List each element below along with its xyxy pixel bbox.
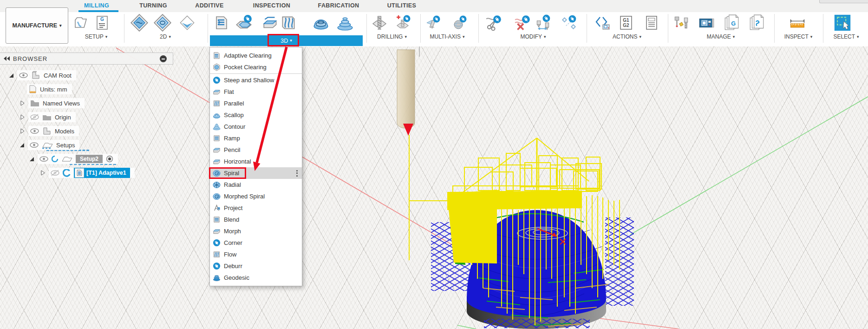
menu-item-project[interactable]: Project: [210, 202, 302, 214]
expander-closed-icon[interactable]: [20, 114, 25, 120]
trim-toolpath-icon[interactable]: [485, 14, 503, 32]
expander-open-icon[interactable]: [20, 143, 24, 147]
measure-icon[interactable]: [789, 14, 806, 32]
select-icon[interactable]: [834, 14, 851, 32]
expander-closed-icon[interactable]: [20, 100, 25, 106]
nc-programs-icon[interactable]: G: [723, 14, 740, 32]
browser-row-units[interactable]: Units: mm: [27, 84, 72, 94]
group-label-actions[interactable]: ACTIONS▾: [613, 33, 641, 40]
browser-row-named-views[interactable]: Named Views: [20, 98, 85, 108]
expander-open-icon[interactable]: [9, 73, 13, 78]
menu-item-pencil[interactable]: Pencil: [210, 144, 302, 156]
bore-icon[interactable]: [394, 14, 412, 32]
browser-row-origin[interactable]: Origin: [20, 112, 76, 122]
flat-icon[interactable]: [262, 14, 280, 32]
caret-down-icon: ▾: [639, 35, 641, 39]
tab-turning[interactable]: TURNING: [139, 0, 167, 12]
menu-item-flat[interactable]: Flat: [210, 86, 302, 98]
collapse-panel-icon[interactable]: [4, 56, 10, 61]
group-label-multi-axis[interactable]: MULTI-AXIS▾: [430, 33, 465, 40]
group-label-modify[interactable]: MODIFY▾: [520, 33, 546, 40]
group-label-drilling[interactable]: DRILLING▾: [377, 33, 407, 40]
caret-down-icon: ▾: [169, 35, 171, 39]
spiral-dome-icon: [213, 192, 221, 200]
contour-icon[interactable]: [336, 14, 354, 32]
selected-operation[interactable]: [T1] Adaptive1: [74, 168, 130, 178]
browser-row-adaptive1[interactable]: [T1] Adaptive1: [41, 168, 135, 178]
browser-row-label: CAM Root: [44, 72, 72, 79]
menu-item-geodesic[interactable]: Geodesic: [210, 272, 302, 283]
visibility-eye-off-icon[interactable]: [30, 114, 39, 120]
group-label-2d[interactable]: 2D▾: [160, 33, 171, 40]
expander-open-icon[interactable]: [30, 157, 34, 161]
drill-icon[interactable]: [371, 14, 388, 32]
group-label-setup[interactable]: SETUP▾: [85, 33, 108, 40]
tool-library-icon[interactable]: [672, 14, 690, 32]
2d-pocket-icon[interactable]: [131, 14, 148, 32]
setup-sheet-icon[interactable]: [643, 14, 660, 32]
menu-item-contour[interactable]: Contour: [210, 121, 302, 132]
multi-axis-contour-icon[interactable]: [450, 14, 468, 32]
menu-item-parallel[interactable]: Parallel: [210, 98, 302, 109]
nc-program-icon[interactable]: G: [93, 14, 111, 32]
2d-face-icon[interactable]: [178, 14, 196, 32]
setup2-badge[interactable]: Setup2: [76, 155, 103, 163]
tab-fabrication[interactable]: FABRICATION: [318, 0, 359, 12]
menu-item-steep-and-shallow[interactable]: Steep and Shallow: [210, 74, 302, 86]
templates-icon[interactable]: [748, 14, 765, 32]
folder-icon: [42, 114, 52, 121]
visibility-eye-icon[interactable]: [39, 156, 48, 162]
browser-row-setup2[interactable]: Setup2: [30, 154, 118, 164]
scallop-icon[interactable]: [312, 14, 330, 32]
visibility-eye-icon[interactable]: [19, 72, 28, 78]
menu-item-ramp[interactable]: Ramp: [210, 132, 302, 144]
menu-item-horizontal[interactable]: Horizontal: [210, 156, 302, 167]
cutting-tool: [397, 50, 415, 136]
parallel-icon[interactable]: [280, 14, 297, 32]
steep-and-shallow-icon[interactable]: [235, 14, 253, 32]
machine-code-icon[interactable]: G1G2: [617, 14, 635, 32]
viewport-canvas[interactable]: [0, 46, 868, 329]
menu-item-flow[interactable]: Flow: [210, 249, 302, 260]
visibility-eye-off-icon[interactable]: [51, 170, 59, 176]
menu-item-pocket-clearing[interactable]: Pocket Clearing: [210, 61, 302, 73]
browser-panel-header[interactable]: BROWSER: [0, 53, 173, 65]
edit-tool-icon[interactable]: [534, 14, 552, 32]
2d-contour-icon[interactable]: [154, 14, 171, 32]
caret-down-icon: ▾: [810, 35, 813, 39]
menu-item-deburr[interactable]: Deburr: [210, 260, 302, 272]
delete-passes-icon[interactable]: [514, 14, 531, 32]
expander-closed-icon[interactable]: [20, 128, 25, 134]
menu-item-radial[interactable]: Radial: [210, 179, 302, 191]
browser-row-models[interactable]: Models: [20, 126, 79, 136]
group-label-manage[interactable]: MANAGE▾: [707, 33, 735, 40]
active-setup-marker-icon[interactable]: [106, 155, 113, 163]
probe-geometry-icon[interactable]: [560, 14, 578, 32]
menu-item-morphed-spiral[interactable]: Morphed Spiral: [210, 191, 302, 202]
menu-item-corner[interactable]: Corner: [210, 237, 302, 249]
adaptive-clearing-icon[interactable]: [213, 14, 230, 32]
menu-item-adaptive-clearing[interactable]: Adaptive Clearing: [210, 50, 302, 61]
tab-inspection[interactable]: INSPECTION: [253, 0, 290, 12]
menu-item-morph[interactable]: Morph: [210, 225, 302, 237]
menu-item-blend[interactable]: Blend: [210, 214, 302, 225]
caret-down-icon: ▾: [405, 35, 407, 39]
swarf-icon[interactable]: [424, 14, 442, 32]
group-label-select[interactable]: SELECT▾: [833, 33, 859, 40]
post-process-icon[interactable]: [594, 14, 612, 32]
workspace-selector-button[interactable]: MANUFACTURE▾: [6, 7, 68, 44]
context-menu-dots-icon[interactable]: [296, 170, 298, 177]
visibility-eye-icon[interactable]: [30, 142, 39, 148]
browser-row-cam-root[interactable]: CAM Root: [9, 70, 76, 80]
machine-library-icon[interactable]: [698, 14, 715, 32]
expander-closed-icon[interactable]: [41, 170, 45, 176]
menu-item-spiral[interactable]: Spiral: [210, 167, 302, 179]
group-label-inspect[interactable]: INSPECT▾: [784, 33, 813, 40]
minimize-browser-button[interactable]: [160, 55, 167, 62]
tab-utilities[interactable]: UTILITIES: [387, 0, 417, 12]
new-setup-icon[interactable]: [72, 14, 90, 32]
tab-additive[interactable]: ADDITIVE: [195, 0, 224, 12]
menu-item-scallop[interactable]: Scallop: [210, 109, 302, 121]
browser-row-setups[interactable]: Setups: [20, 140, 79, 150]
visibility-eye-icon[interactable]: [30, 128, 39, 134]
